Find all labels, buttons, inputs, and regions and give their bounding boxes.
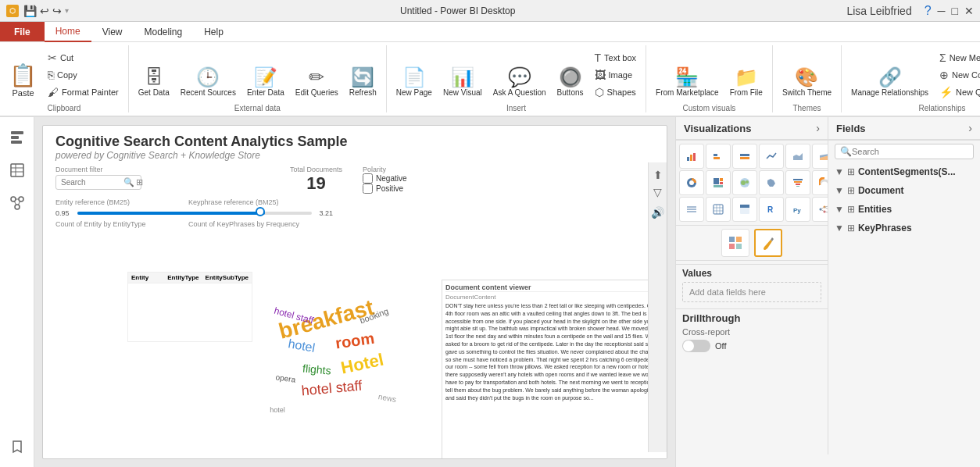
values-section: Values Add data fields here — [676, 264, 828, 305]
svg-rect-61 — [796, 186, 799, 187]
new-column-button[interactable]: ⊕ New Column — [935, 66, 980, 84]
clustered-bar-viz[interactable] — [706, 144, 731, 169]
format-paintbrush-btn[interactable] — [754, 229, 782, 257]
filled-map-viz[interactable] — [759, 170, 784, 195]
field-section-entities[interactable]: ▼ ⊞ Entities — [828, 200, 980, 219]
get-data-button[interactable]: 🗄 Get Data — [134, 65, 174, 101]
close-btn[interactable]: ✕ — [964, 5, 974, 17]
redo-icon[interactable]: ↪ — [52, 5, 62, 17]
viz-expand-btn[interactable]: › — [816, 122, 820, 134]
get-data-label: Get Data — [138, 88, 170, 98]
fields-expand-btn[interactable]: › — [968, 122, 972, 134]
undo-icon[interactable]: ↩ — [40, 5, 49, 17]
sidebar-bookmark[interactable] — [3, 433, 31, 461]
field-section-document[interactable]: ▼ ⊞ Document — [828, 181, 980, 200]
doc-filter-search[interactable]: 🔍 ⊞ — [55, 175, 141, 190]
gauge-viz[interactable] — [812, 170, 828, 195]
py-viz[interactable]: Py — [785, 197, 810, 222]
menu-view[interactable]: View — [91, 22, 134, 42]
sidebar-report-view[interactable] — [3, 123, 31, 152]
maximize-btn[interactable]: □ — [952, 5, 958, 17]
doc-filter-input[interactable] — [61, 178, 123, 187]
slicer-viz[interactable] — [679, 197, 704, 222]
100pct-bar-viz[interactable] — [732, 144, 757, 169]
r-viz[interactable]: R — [759, 197, 784, 222]
format-analytics-row — [676, 226, 828, 261]
minimize-btn[interactable]: ─ — [938, 5, 946, 17]
insert-content: 📄 New Page 📊 New Visual 💬 Ask A Question… — [392, 45, 641, 102]
slider-thumb[interactable] — [256, 207, 265, 216]
paste-button[interactable]: 📋 Paste — [5, 59, 41, 101]
sidebar-data-view[interactable] — [3, 156, 31, 184]
values-placeholder[interactable]: Add data fields here — [682, 282, 821, 302]
negative-checkbox[interactable] — [363, 173, 373, 184]
menu-file[interactable]: File — [0, 22, 45, 41]
map-viz[interactable] — [732, 170, 757, 195]
new-quick-measure-button[interactable]: ⚡ New Quick Measure — [935, 84, 980, 101]
stacked-area-viz[interactable] — [812, 144, 828, 169]
cut-button[interactable]: ✂ Cut — [43, 49, 123, 66]
ask-question-button[interactable]: 💬 Ask A Question — [488, 65, 551, 101]
area-viz[interactable] — [785, 144, 810, 169]
field-section-header[interactable]: ▼ ⊞ Document — [835, 183, 974, 198]
rel-small-btns: Σ New Measure ⊕ New Column ⚡ New Quick M… — [935, 49, 980, 101]
buttons-button[interactable]: 🔘 Buttons — [553, 65, 588, 101]
edit-queries-button[interactable]: ✏ Edit Queries — [291, 65, 343, 101]
save-icon[interactable]: 💾 — [23, 5, 37, 17]
recent-sources-button[interactable]: 🕒 Recent Sources — [176, 65, 241, 101]
slider-track[interactable] — [77, 212, 312, 215]
filter-funnel-icon[interactable]: ▽ — [653, 186, 662, 198]
svg-line-12 — [18, 201, 20, 205]
from-file-button[interactable]: 📁 From File — [725, 65, 767, 101]
fields-search-input[interactable] — [852, 147, 968, 156]
total-docs-widget: Total Documents 19 — [290, 166, 342, 194]
field-section-header[interactable]: ▼ ⊞ Entities — [835, 201, 974, 217]
filter-icon[interactable]: ⬆ — [653, 169, 663, 181]
sidebar-model-view[interactable] — [3, 189, 31, 217]
matrix-viz[interactable] — [732, 197, 757, 222]
new-visual-button[interactable]: 📊 New Visual — [438, 65, 487, 101]
enter-data-button[interactable]: 📝 Enter Data — [242, 65, 289, 101]
svg-text:hotel staff: hotel staff — [301, 378, 363, 399]
cross-report-toggle[interactable] — [682, 340, 710, 352]
field-section-label: Entities — [858, 204, 892, 215]
positive-checkbox[interactable] — [363, 184, 373, 194]
field-section-header[interactable]: ▼ ⊞ ContentSegments(S... — [835, 164, 974, 180]
field-section-keyphrases[interactable]: ▼ ⊞ KeyPhrases — [828, 219, 980, 237]
format-painter-icon: 🖌 — [48, 86, 59, 98]
treemap-viz[interactable] — [706, 170, 731, 195]
copy-button[interactable]: ⎘ Copy — [43, 66, 123, 84]
new-measure-button[interactable]: Σ New Measure — [935, 49, 980, 66]
help-icon[interactable]: ? — [925, 4, 932, 18]
line-viz[interactable] — [759, 144, 784, 169]
viz-panel: 123 KPI R Py ? — [676, 141, 828, 455]
format-painter-button[interactable]: 🖌 Format Painter — [43, 84, 123, 101]
from-marketplace-button[interactable]: 🏪 From Marketplace — [651, 65, 724, 101]
svg-point-9 — [15, 205, 20, 209]
buttons-icon: 🔘 — [559, 68, 582, 87]
menu-modeling[interactable]: Modeling — [133, 22, 193, 42]
text-box-button[interactable]: T Text box — [590, 49, 642, 66]
new-page-button[interactable]: 📄 New Page — [392, 65, 437, 101]
refresh-button[interactable]: 🔄 Refresh — [345, 65, 381, 101]
switch-theme-button[interactable]: 🎨 Switch Theme — [778, 65, 836, 101]
field-section-contentsegmentss[interactable]: ▼ ⊞ ContentSegments(S... — [828, 162, 980, 181]
donut-viz[interactable] — [679, 170, 704, 195]
format-painter-label: Format Painter — [62, 87, 119, 97]
filter-settings-icon[interactable]: 🔊 — [651, 206, 664, 219]
user-name: Lisa Leibfried — [846, 5, 911, 17]
field-section-header[interactable]: ▼ ⊞ KeyPhrases — [835, 220, 974, 236]
build-format-btn[interactable] — [721, 229, 749, 257]
image-button[interactable]: 🖼 Image — [590, 66, 642, 84]
menu-help[interactable]: Help — [193, 22, 234, 42]
stacked-bar-viz[interactable] — [679, 144, 704, 169]
manage-relationships-button[interactable]: 🔗 Manage Relationships — [846, 65, 933, 101]
table-viz[interactable] — [706, 197, 731, 222]
enter-data-icon: 📝 — [254, 68, 277, 87]
decomp-tree-viz[interactable] — [812, 197, 828, 222]
menu-home[interactable]: Home — [45, 22, 91, 42]
svg-point-50 — [689, 180, 694, 185]
funnel-viz[interactable] — [785, 170, 810, 195]
shapes-button[interactable]: ⬡ Shapes — [590, 84, 642, 101]
polarity-positive: Positive — [363, 184, 406, 194]
